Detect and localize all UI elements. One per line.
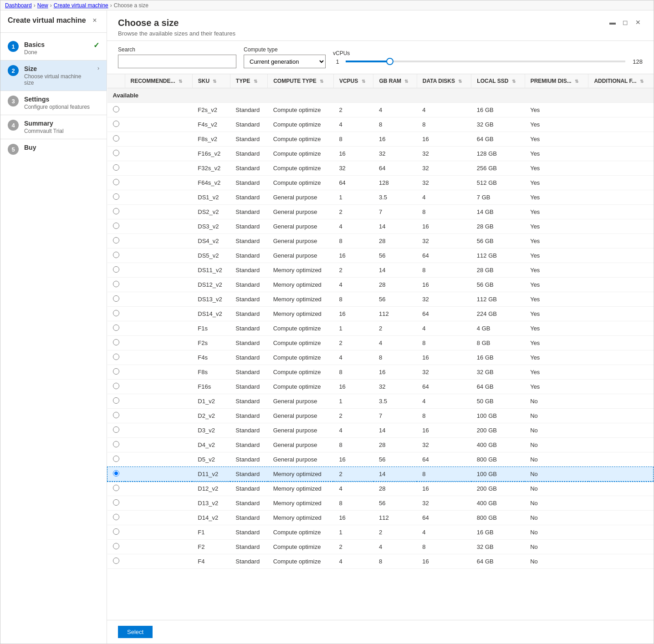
compute-type-select[interactable]: Current generation All generations Class…: [244, 55, 326, 68]
close-window-button[interactable]: ✕: [634, 18, 643, 27]
table-row[interactable]: D5_v2 Standard General purpose 16 56 64 …: [107, 452, 654, 467]
cell-local-ssd: 200 GB: [471, 482, 525, 496]
table-row[interactable]: F4s Standard Compute optimize 4 8 16 16 …: [107, 350, 654, 365]
size-radio-26[interactable]: [113, 485, 119, 491]
size-radio-11[interactable]: [113, 266, 119, 273]
close-button[interactable]: ×: [90, 16, 99, 25]
cell-sku: F8s_v2: [192, 132, 230, 147]
table-row[interactable]: F64s_v2 Standard Compute optimize 64 128…: [107, 176, 654, 190]
table-row[interactable]: D11_v2 Standard Memory optimized 2 14 8 …: [107, 467, 654, 482]
table-row[interactable]: D4_v2 Standard General purpose 8 28 32 4…: [107, 438, 654, 452]
table-row[interactable]: F2s Standard Compute optimize 2 4 8 8 GB…: [107, 336, 654, 350]
size-radio-15[interactable]: [113, 325, 119, 331]
table-row[interactable]: DS11_v2 Standard Memory optimized 2 14 8…: [107, 263, 654, 278]
size-radio-4[interactable]: [113, 164, 119, 171]
table-row[interactable]: F8s_v2 Standard Compute optimize 8 16 16…: [107, 132, 654, 147]
sidebar-item-summary[interactable]: 4 Summary Commvault Trial ›: [0, 115, 107, 139]
table-row[interactable]: F4s_v2 Standard Compute optimize 4 8 8 3…: [107, 117, 654, 132]
vcpu-slider[interactable]: [346, 61, 625, 62]
size-radio-23[interactable]: [113, 441, 119, 447]
maximize-button[interactable]: ◻: [621, 18, 630, 27]
size-radio-31[interactable]: [113, 558, 119, 564]
size-radio-24[interactable]: [113, 456, 119, 462]
col-sku[interactable]: SKU ⇅: [192, 74, 230, 88]
size-radio-20[interactable]: [113, 397, 119, 404]
minimize-button[interactable]: ▬: [608, 18, 617, 27]
table-row[interactable]: F16s Standard Compute optimize 16 32 64 …: [107, 380, 654, 394]
table-row[interactable]: F8s Standard Compute optimize 8 16 32 32…: [107, 365, 654, 380]
table-row[interactable]: DS14_v2 Standard Memory optimized 16 112…: [107, 307, 654, 321]
size-radio-3[interactable]: [113, 150, 119, 156]
sidebar-item-size[interactable]: 2 Size Choose virtual machine size ›: [0, 61, 107, 91]
size-radio-28[interactable]: [113, 514, 119, 520]
table-row[interactable]: DS12_v2 Standard Memory optimized 4 28 1…: [107, 278, 654, 292]
table-body: Available F2s_v2 Standard Compute optimi…: [107, 88, 654, 569]
table-header-row: RECOMMENDE... ⇅ SKU ⇅ TYPE ⇅ COMPUTE TYP…: [107, 74, 654, 88]
col-data-disks[interactable]: DATA DISKS ⇅: [417, 74, 471, 88]
col-gb-ram[interactable]: GB RAM ⇅: [373, 74, 417, 88]
size-radio-29[interactable]: [113, 528, 119, 535]
sidebar-item-basics[interactable]: 1 Basics Done ✓: [0, 36, 107, 60]
size-radio-8[interactable]: [113, 223, 119, 229]
col-additional-f[interactable]: ADDITIONAL F... ⇅: [588, 74, 654, 88]
size-radio-17[interactable]: [113, 354, 119, 360]
sidebar-item-settings[interactable]: 3 Settings Configure optional features ›: [0, 91, 107, 115]
table-row[interactable]: D13_v2 Standard Memory optimized 8 56 32…: [107, 496, 654, 511]
col-vcpus[interactable]: VCPUS ⇅: [333, 74, 373, 88]
table-row[interactable]: F32s_v2 Standard Compute optimize 32 64 …: [107, 161, 654, 176]
col-premium-dis[interactable]: PREMIUM DIS... ⇅: [525, 74, 588, 88]
search-input[interactable]: [118, 55, 236, 68]
cell-gb-ram: 128: [373, 176, 417, 190]
breadcrumb-dashboard[interactable]: Dashboard: [5, 2, 32, 9]
table-row[interactable]: F1s Standard Compute optimize 1 2 4 4 GB…: [107, 321, 654, 336]
cell-additional-f: [588, 307, 654, 321]
table-row[interactable]: DS5_v2 Standard General purpose 16 56 64…: [107, 248, 654, 263]
size-radio-25[interactable]: [113, 470, 119, 477]
size-radio-19[interactable]: [113, 383, 119, 389]
breadcrumb-create-vm[interactable]: Create virtual machine: [54, 2, 108, 9]
size-radio-10[interactable]: [113, 252, 119, 258]
table-row[interactable]: DS1_v2 Standard General purpose 1 3.5 4 …: [107, 190, 654, 205]
size-radio-21[interactable]: [113, 412, 119, 418]
col-compute-type[interactable]: COMPUTE TYPE ⇅: [268, 74, 334, 88]
radio-cell: [107, 117, 125, 132]
table-row[interactable]: D3_v2 Standard General purpose 4 14 16 2…: [107, 423, 654, 438]
table-row[interactable]: D12_v2 Standard Memory optimized 4 28 16…: [107, 482, 654, 496]
size-radio-12[interactable]: [113, 281, 119, 287]
cell-sku: D4_v2: [192, 438, 230, 452]
sidebar-item-buy[interactable]: 5 Buy ›: [0, 139, 107, 159]
table-row[interactable]: DS13_v2 Standard Memory optimized 8 56 3…: [107, 292, 654, 307]
size-radio-5[interactable]: [113, 179, 119, 185]
table-row[interactable]: D2_v2 Standard General purpose 2 7 8 100…: [107, 409, 654, 423]
size-radio-22[interactable]: [113, 426, 119, 433]
table-row[interactable]: F1 Standard Compute optimize 1 2 4 16 GB…: [107, 525, 654, 540]
table-row[interactable]: D1_v2 Standard General purpose 1 3.5 4 5…: [107, 394, 654, 409]
table-row[interactable]: F4 Standard Compute optimize 4 8 16 64 G…: [107, 554, 654, 569]
cell-recommended: [125, 380, 192, 394]
size-radio-13[interactable]: [113, 295, 119, 302]
select-button[interactable]: Select: [118, 626, 153, 638]
table-row[interactable]: DS2_v2 Standard General purpose 2 7 8 14…: [107, 205, 654, 219]
size-radio-18[interactable]: [113, 368, 119, 375]
col-local-ssd[interactable]: LOCAL SSD ⇅: [471, 74, 525, 88]
table-row[interactable]: DS3_v2 Standard General purpose 4 14 16 …: [107, 219, 654, 234]
table-row[interactable]: D14_v2 Standard Memory optimized 16 112 …: [107, 511, 654, 525]
table-row[interactable]: F2s_v2 Standard Compute optimize 2 4 4 1…: [107, 103, 654, 117]
size-radio-9[interactable]: [113, 237, 119, 243]
size-radio-0[interactable]: [113, 106, 119, 112]
size-radio-30[interactable]: [113, 543, 119, 549]
size-radio-14[interactable]: [113, 310, 119, 316]
breadcrumb-new[interactable]: New: [37, 2, 48, 9]
table-row[interactable]: DS4_v2 Standard General purpose 8 28 32 …: [107, 234, 654, 248]
col-recommended[interactable]: RECOMMENDE... ⇅: [125, 74, 192, 88]
size-radio-27[interactable]: [113, 499, 119, 506]
size-radio-16[interactable]: [113, 339, 119, 345]
table-row[interactable]: F2 Standard Compute optimize 2 4 8 32 GB…: [107, 540, 654, 554]
size-radio-7[interactable]: [113, 208, 119, 214]
cell-recommended: [125, 554, 192, 569]
table-row[interactable]: F16s_v2 Standard Compute optimize 16 32 …: [107, 147, 654, 161]
col-type[interactable]: TYPE ⇅: [230, 74, 267, 88]
size-radio-2[interactable]: [113, 135, 119, 142]
size-radio-1[interactable]: [113, 121, 119, 127]
size-radio-6[interactable]: [113, 193, 119, 200]
